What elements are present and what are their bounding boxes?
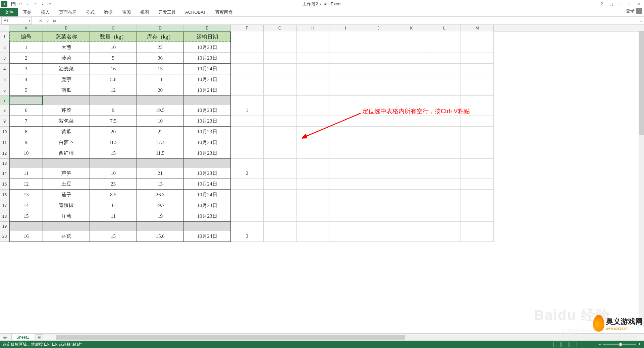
data-cell[interactable]: 12 (90, 85, 137, 96)
data-cell[interactable]: 10月23日 (184, 42, 231, 53)
row-header-4[interactable]: 4 (0, 64, 9, 74)
tab-developer[interactable]: 开发工具 (154, 8, 180, 16)
empty-cell[interactable] (329, 116, 362, 127)
row-header-13[interactable]: 13 (0, 159, 9, 168)
blank-cell[interactable] (9, 222, 43, 231)
data-cell[interactable]: 19.7 (137, 200, 184, 211)
empty-cell[interactable] (297, 168, 329, 179)
empty-cell[interactable] (329, 127, 362, 137)
blank-cell[interactable] (43, 222, 90, 231)
data-cell[interactable] (231, 211, 264, 222)
data-cell[interactable]: 紫包菜 (43, 116, 90, 127)
data-cell[interactable]: 17.4 (137, 137, 184, 148)
view-page-layout-icon[interactable] (561, 342, 569, 347)
empty-cell[interactable] (329, 137, 362, 148)
row-header-20[interactable]: 20 (0, 231, 9, 242)
blank-cell[interactable] (184, 96, 231, 105)
data-cell[interactable]: 黄瓜 (43, 127, 90, 137)
col-header-K[interactable]: K (395, 25, 428, 31)
data-cell[interactable]: 10月23日 (184, 148, 231, 159)
data-cell[interactable]: 10月24日 (184, 85, 231, 96)
empty-cell[interactable] (264, 168, 297, 179)
empty-cell[interactable] (395, 168, 428, 179)
data-cell[interactable]: 11.5 (137, 148, 184, 159)
fx-icon[interactable]: fx (53, 18, 56, 23)
data-cell[interactable]: 19.5 (137, 105, 184, 116)
empty-cell[interactable] (461, 64, 494, 74)
empty-cell[interactable] (461, 74, 494, 85)
empty-cell[interactable] (395, 127, 428, 137)
empty-cell[interactable] (297, 190, 329, 200)
tab-data[interactable]: 数据 (99, 8, 117, 16)
empty-cell[interactable] (329, 211, 362, 222)
empty-cell[interactable] (362, 190, 395, 200)
empty-cell[interactable] (297, 53, 329, 64)
empty-cell[interactable] (264, 148, 297, 159)
empty-cell[interactable] (428, 31, 461, 42)
formula-bar-expand-icon[interactable]: ⌄ (638, 18, 644, 23)
row-header-12[interactable]: 12 (0, 148, 9, 159)
empty-cell[interactable] (428, 85, 461, 96)
empty-cell[interactable] (428, 148, 461, 159)
empty-cell[interactable] (428, 64, 461, 74)
empty-cell[interactable] (428, 168, 461, 179)
data-cell[interactable]: 6 (9, 105, 43, 116)
data-cell[interactable]: 芦笋 (43, 168, 90, 179)
data-cell[interactable]: 2 (231, 168, 264, 179)
empty-cell[interactable] (461, 116, 494, 127)
empty-cell[interactable] (428, 116, 461, 127)
redo-icon[interactable]: ↷ (32, 0, 39, 8)
empty-cell[interactable] (297, 96, 329, 105)
empty-cell[interactable] (395, 116, 428, 127)
empty-cell[interactable] (461, 222, 494, 231)
data-cell[interactable]: 13 (9, 190, 43, 200)
empty-cell[interactable] (461, 159, 494, 168)
data-cell[interactable] (231, 127, 264, 137)
empty-cell[interactable] (264, 31, 297, 42)
empty-cell[interactable] (329, 42, 362, 53)
empty-cell[interactable] (264, 42, 297, 53)
zoom-in-icon[interactable]: + (638, 342, 641, 347)
data-cell[interactable] (231, 64, 264, 74)
data-cell[interactable]: 15 (90, 148, 137, 159)
row-header-9[interactable]: 9 (0, 116, 9, 127)
col-header-I[interactable]: I (329, 25, 362, 31)
empty-cell[interactable] (297, 42, 329, 53)
empty-cell[interactable] (231, 222, 264, 231)
view-normal-icon[interactable] (553, 342, 561, 347)
tab-view[interactable]: 视图 (136, 8, 154, 16)
col-header-L[interactable]: L (428, 25, 461, 31)
empty-cell[interactable] (461, 31, 494, 42)
empty-cell[interactable] (461, 211, 494, 222)
data-cell[interactable] (231, 85, 264, 96)
data-cell[interactable]: 26.3 (137, 190, 184, 200)
data-cell[interactable]: 20 (137, 85, 184, 96)
empty-cell[interactable] (395, 222, 428, 231)
data-cell[interactable]: 15.6 (137, 231, 184, 242)
empty-cell[interactable] (428, 222, 461, 231)
empty-cell[interactable] (461, 231, 494, 242)
sheet-nav-prev-icon[interactable]: ◂ (3, 335, 5, 340)
row-header-7[interactable]: 7 (0, 96, 9, 105)
sheet-tab-sheet1[interactable]: Sheet1 (11, 334, 34, 340)
empty-cell[interactable] (329, 222, 362, 231)
empty-cell[interactable] (428, 211, 461, 222)
blank-cell[interactable] (90, 159, 137, 168)
data-cell[interactable]: 11.5 (90, 137, 137, 148)
data-cell[interactable]: 白萝卜 (43, 137, 90, 148)
empty-cell[interactable] (329, 85, 362, 96)
name-box[interactable]: A7 ▾ (1, 17, 32, 24)
data-cell[interactable]: 10月23日 (184, 116, 231, 127)
row-header-16[interactable]: 16 (0, 190, 9, 200)
data-cell[interactable]: 10月23日 (184, 74, 231, 85)
data-cell[interactable]: 7.5 (90, 116, 137, 127)
data-cell[interactable] (231, 116, 264, 127)
sheet-nav-next-icon[interactable]: ▸ (5, 335, 7, 340)
data-cell[interactable]: 9 (9, 137, 43, 148)
enter-formula-icon[interactable]: ✓ (44, 18, 52, 23)
data-cell[interactable] (231, 74, 264, 85)
empty-cell[interactable] (297, 148, 329, 159)
name-box-dropdown-icon[interactable]: ▾ (29, 19, 31, 22)
empty-cell[interactable] (461, 200, 494, 211)
row-header-15[interactable]: 15 (0, 179, 9, 190)
